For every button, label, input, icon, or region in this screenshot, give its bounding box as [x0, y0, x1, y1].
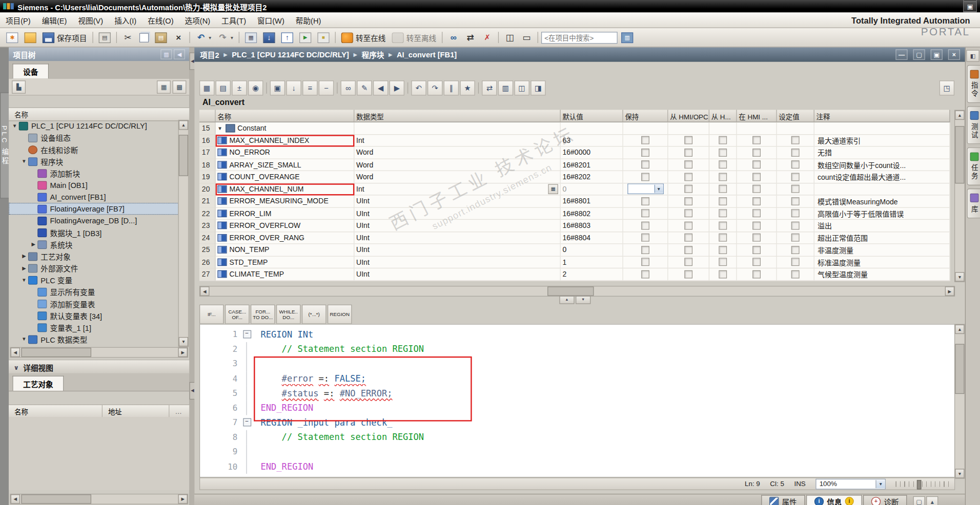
tree-bottom-scrollbar[interactable]: ◀ ▶ — [10, 494, 189, 504]
hmi-opc-checkbox[interactable] — [684, 149, 692, 157]
dropdown-caret-icon[interactable]: ▾ — [209, 35, 211, 40]
cell-hmi-write[interactable] — [709, 146, 737, 159]
tab-technology-objects[interactable]: 工艺对象 — [12, 376, 64, 391]
zoom-dropdown-icon[interactable]: ▼ — [875, 480, 885, 488]
scroll-thumb[interactable] — [21, 348, 91, 357]
snippet-tab-while[interactable]: WHILE..DO... — [276, 305, 301, 324]
scroll-right-icon[interactable]: ▶ — [178, 348, 188, 357]
dropdown-caret-icon[interactable]: ▾ — [231, 35, 233, 40]
table-row[interactable]: 21ERROR_MEASURING_MODEUInt16#8801模式错误Mea… — [199, 195, 950, 207]
menu-item-T[interactable]: 工具(T) — [216, 12, 252, 28]
maximize-editor-area-icon[interactable]: ◳ — [940, 80, 954, 95]
retain-checkbox[interactable] — [641, 246, 649, 254]
scroll-down-icon[interactable]: ▼ — [955, 272, 964, 281]
cell-datatype[interactable] — [354, 122, 560, 135]
code-line[interactable]: 10END_REGION — [200, 459, 954, 474]
split-editor-horizontal-icon[interactable]: ◫ — [502, 29, 517, 46]
cell-name[interactable]: MAX_CHANNEL_INDEX — [216, 135, 355, 147]
setpoint-checkbox[interactable] — [791, 149, 800, 157]
copy-icon[interactable] — [137, 29, 151, 46]
fold-column[interactable]: − — [242, 415, 252, 430]
retain-checkbox[interactable] — [641, 234, 649, 242]
menu-item-V[interactable]: 视图(V) — [72, 12, 109, 28]
hmi-write-checkbox[interactable] — [719, 246, 727, 254]
tree-item[interactable]: FloatingAverage [FB7] — [9, 203, 179, 215]
collapse-taskcard-icon[interactable]: ◧ — [966, 50, 979, 62]
retain-checkbox[interactable] — [641, 270, 649, 278]
table-row[interactable]: 18ARRAY_SIZE_SMALLWord16#8201数组空间数量小于cou… — [199, 159, 950, 171]
load-start-values-icon[interactable]: ↓ — [286, 80, 301, 95]
editor-settings-icon[interactable]: ◨ — [530, 80, 545, 95]
scroll-down-icon[interactable]: ▼ — [179, 337, 188, 346]
cell-default-value[interactable]: 1 — [561, 256, 623, 268]
zoom-slider[interactable] — [895, 481, 949, 487]
library-view-icon[interactable]: ▥ — [619, 29, 636, 46]
stop-cpu-icon[interactable]: ■ — [315, 29, 332, 46]
tree-item[interactable]: ▶工艺对象 — [9, 250, 179, 262]
breadcrumb-segment[interactable]: 程序块 — [362, 49, 384, 60]
cell-name[interactable]: ERROR_MEASURING_MODE — [216, 195, 355, 207]
start-cpu-icon[interactable]: ▶ — [297, 29, 314, 46]
tree-item[interactable]: 数据块_1 [DB3] — [9, 226, 179, 238]
cell-datatype[interactable]: Int — [354, 135, 560, 147]
header-cell[interactable]: 注释 — [814, 110, 950, 122]
scroll-track[interactable] — [179, 130, 188, 338]
scroll-thumb[interactable] — [548, 286, 594, 296]
add-row-icon[interactable]: ▤ — [216, 80, 231, 95]
code-line[interactable]: 6END_REGION — [200, 401, 954, 415]
cell-name[interactable]: ERROR_OVER_RANG — [216, 232, 355, 244]
scroll-right-icon[interactable]: ▶ — [178, 494, 188, 503]
cell-hmi-visible[interactable] — [737, 135, 777, 147]
cell-hmi-write[interactable] — [709, 171, 737, 183]
cell-default-value[interactable]: 16#8202 — [561, 171, 623, 183]
header-cell[interactable]: 在 HMI ... — [737, 110, 777, 122]
cell-datatype[interactable]: UInt — [354, 195, 560, 207]
tree-item[interactable]: 变量表_1 [1] — [9, 322, 179, 333]
tree-expand-all-icon[interactable]: ▦ — [157, 80, 171, 94]
hmi-opc-checkbox[interactable] — [684, 197, 692, 205]
cell-datatype[interactable]: UInt — [354, 256, 560, 268]
goto-prev-icon[interactable]: ↶ — [411, 80, 426, 95]
cell-name[interactable]: NON_TEMP — [216, 244, 355, 257]
cell-hmi-opc[interactable] — [668, 232, 709, 244]
tree-item[interactable]: 添加新块 — [9, 167, 179, 179]
cell-hmi-visible[interactable] — [737, 207, 777, 220]
cell-comment[interactable]: 超出正常值范围 — [814, 232, 950, 244]
split-editor-vertical-icon[interactable]: ▭ — [519, 29, 534, 46]
code-line[interactable]: 1−REGION INt — [200, 327, 954, 342]
cell-hmi-write[interactable] — [709, 122, 737, 135]
cell-name[interactable]: MAX_CHANNEL_NUM — [216, 183, 355, 196]
cell-hmi-opc[interactable] — [668, 220, 709, 232]
cell-comment[interactable]: count设定值超出最大通道... — [814, 171, 950, 183]
code-vertical-scrollbar[interactable]: ▲ ▼ — [954, 324, 965, 479]
tree-name-column-header[interactable]: 名称 — [9, 108, 189, 121]
cell-retain[interactable] — [623, 122, 668, 135]
fold-toggle-icon[interactable]: − — [243, 418, 251, 427]
cell-datatype[interactable]: Int▦ — [354, 183, 560, 196]
table-row[interactable]: 25NON_TEMPUInt0非温度测量 — [199, 244, 950, 257]
maximize-editor-icon[interactable]: ▣ — [931, 49, 943, 60]
tree-item[interactable]: ▼程序块 — [9, 155, 179, 167]
tree-item[interactable]: FloatingAverage_DB [D...] — [9, 215, 179, 226]
taskcard-tab-测试[interactable]: 测试 — [967, 106, 980, 144]
cell-hmi-write[interactable] — [709, 135, 737, 147]
cell-default-value[interactable]: 16#0000 — [561, 146, 623, 159]
cell-default-value[interactable]: 0 — [561, 244, 623, 257]
redo-icon[interactable]: ↷▾ — [215, 29, 236, 46]
fold-toggle-icon[interactable]: − — [243, 330, 251, 339]
snippet-tab-region[interactable]: REGION — [328, 305, 352, 324]
scroll-thumb[interactable] — [21, 494, 91, 503]
tree-item[interactable]: 添加新变量表 — [9, 298, 179, 309]
hmi-write-checkbox[interactable] — [719, 258, 727, 266]
pane-splitter[interactable]: ▲ ▼ — [194, 295, 955, 304]
scroll-track[interactable] — [20, 348, 178, 357]
hmi-opc-checkbox[interactable] — [684, 234, 692, 242]
code-line[interactable]: 7−REGION _input para check_ — [200, 415, 954, 430]
cell-name[interactable]: COUNT_OVERANGE — [216, 171, 355, 183]
cell-hmi-visible[interactable] — [737, 195, 777, 207]
cell-setpoint[interactable] — [777, 146, 814, 159]
pin-panel-icon[interactable]: ▥ — [160, 49, 172, 59]
cell-setpoint[interactable] — [777, 122, 814, 135]
download-to-device-icon[interactable]: ↓ — [261, 29, 278, 46]
scroll-thumb[interactable] — [179, 135, 188, 176]
